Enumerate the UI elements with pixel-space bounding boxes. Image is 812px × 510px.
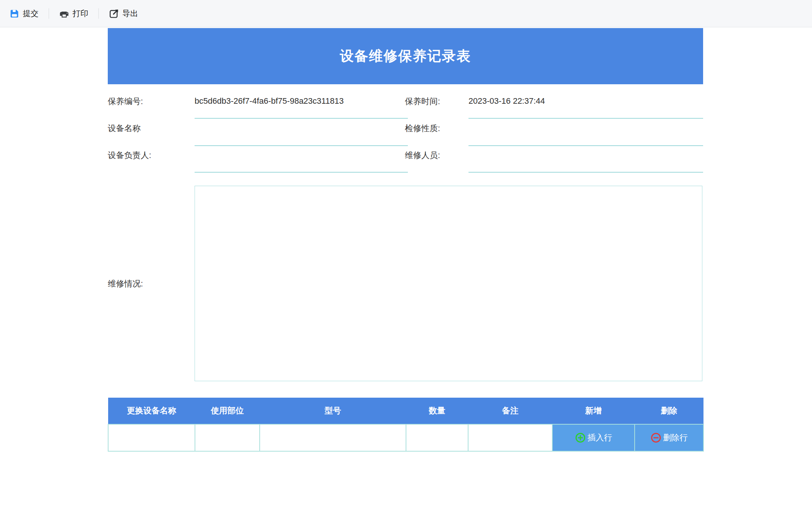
col-header-quantity: 数量 (406, 398, 468, 424)
parts-table: 更换设备名称 使用部位 型号 数量 备注 新增 删除 插入行 (108, 398, 704, 452)
export-button[interactable]: 导出 (109, 8, 138, 19)
col-header-add: 新增 (552, 398, 635, 424)
maintenance-no-field[interactable]: bc5d6db3-26f7-4fa6-bf75-98a23c311813 (195, 92, 408, 119)
device-name-label: 设备名称 (108, 122, 141, 134)
col-header-remark: 备注 (468, 398, 552, 424)
export-icon (109, 9, 119, 19)
insert-row-icon (575, 432, 586, 443)
toolbar-divider (98, 8, 99, 19)
delete-row-label: 删除行 (663, 432, 688, 443)
export-label: 导出 (122, 8, 138, 19)
cell-replace-name[interactable] (108, 424, 195, 451)
col-header-model: 型号 (260, 398, 406, 424)
table-row: 插入行 删除行 (108, 424, 703, 451)
repair-type-field[interactable] (468, 120, 703, 146)
submit-button[interactable]: 提交 (9, 8, 39, 19)
maintenance-no-label: 保养编号: (108, 95, 143, 107)
print-button[interactable]: 打印 (59, 8, 88, 19)
col-header-delete: 删除 (635, 398, 703, 424)
repair-type-label: 检修性质: (405, 122, 440, 134)
col-header-replace-name: 更换设备名称 (108, 398, 195, 424)
device-owner-field[interactable] (195, 146, 408, 173)
toolbar-divider (49, 8, 49, 19)
maintenance-time-field[interactable]: 2023-03-16 22:37:44 (468, 92, 703, 119)
cell-quantity[interactable] (406, 424, 468, 451)
device-owner-label: 设备负责人: (108, 149, 151, 161)
save-icon (9, 9, 19, 19)
repair-situation-label: 维修情况: (108, 278, 143, 290)
cell-remark[interactable] (468, 424, 552, 451)
insert-row-label: 插入行 (587, 432, 612, 443)
form-banner: 设备维修保养记录表 (108, 28, 703, 84)
repair-person-label: 维修人员: (405, 149, 440, 161)
page-title: 设备维修保养记录表 (340, 47, 471, 66)
delete-row-button[interactable]: 删除行 (635, 424, 703, 451)
submit-label: 提交 (23, 8, 39, 19)
insert-row-button[interactable]: 插入行 (552, 424, 635, 451)
toolbar: 提交 打印 导出 (0, 0, 812, 27)
repair-situation-textarea[interactable] (195, 186, 702, 381)
cell-use-position[interactable] (195, 424, 260, 451)
cell-model[interactable] (260, 424, 406, 451)
repair-person-field[interactable] (468, 146, 703, 173)
print-label: 打印 (73, 8, 88, 19)
device-name-field[interactable] (195, 120, 408, 146)
delete-row-icon (650, 432, 662, 443)
maintenance-time-label: 保养时间: (405, 95, 440, 107)
printer-icon (59, 9, 69, 19)
col-header-use-position: 使用部位 (195, 398, 260, 424)
table-header-row: 更换设备名称 使用部位 型号 数量 备注 新增 删除 (108, 398, 703, 424)
